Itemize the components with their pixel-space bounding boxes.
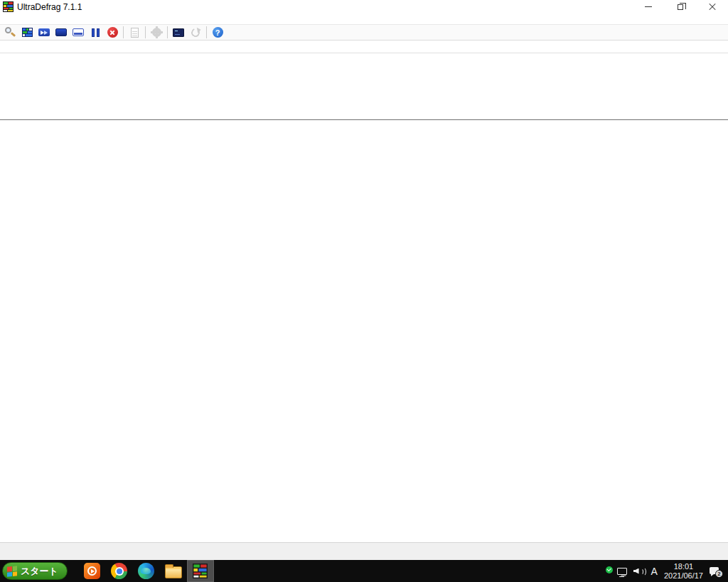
window-title: UltraDefrag 7.1.1 <box>17 2 82 12</box>
taskbar-media-player-button[interactable] <box>79 560 106 582</box>
taskbar-chrome-button[interactable] <box>106 560 133 582</box>
app-icon <box>3 1 14 12</box>
repeat-action-button[interactable] <box>187 25 204 40</box>
magnifier-icon <box>5 27 16 38</box>
report-button[interactable] <box>126 25 143 40</box>
toolbar-separator <box>123 26 124 38</box>
volume-icon[interactable] <box>633 566 645 576</box>
defragment-icon <box>22 28 33 37</box>
ime-indicator[interactable]: A <box>651 566 658 577</box>
help-icon: ? <box>213 27 223 38</box>
toolbar-separator <box>145 26 146 38</box>
taskbar: スタート A 18:01 2021/06/17 <box>0 560 728 582</box>
media-player-icon <box>84 563 100 579</box>
toolbar-separator <box>167 26 168 38</box>
toolbar-separator <box>206 26 207 38</box>
close-button[interactable] <box>696 0 728 14</box>
settings-button[interactable] <box>148 25 165 40</box>
screen: UltraDefrag 7.1.1 <box>0 0 728 582</box>
stop-icon <box>107 27 118 38</box>
toolbar: ? <box>0 24 728 41</box>
analyze-button[interactable] <box>1 25 18 40</box>
optimize-mft-button[interactable] <box>70 25 87 40</box>
start-button[interactable]: スタート <box>2 562 68 580</box>
volume-list-header <box>0 41 728 53</box>
pause-icon <box>92 28 100 37</box>
cluster-map[interactable] <box>0 120 728 542</box>
quick-optimize-icon <box>38 28 50 36</box>
taskbar-ultradefrag-button[interactable] <box>187 560 214 582</box>
full-optimize-icon <box>55 28 67 36</box>
boot-scan-icon <box>173 28 184 37</box>
system-tray: A 18:01 2021/06/17 2 <box>611 560 728 582</box>
help-button[interactable]: ? <box>209 25 226 40</box>
security-check-badge <box>606 566 613 573</box>
boot-time-scan-button[interactable] <box>170 25 187 40</box>
chrome-icon <box>111 563 127 579</box>
edge-icon <box>138 563 154 579</box>
notification-icon[interactable]: 2 <box>710 566 721 576</box>
gear-icon <box>152 28 161 37</box>
full-optimize-button[interactable] <box>53 25 70 40</box>
quick-optimize-button[interactable] <box>36 25 53 40</box>
stop-button[interactable] <box>104 25 121 40</box>
optimize-mft-icon <box>73 28 84 36</box>
report-icon <box>131 28 139 38</box>
status-bar <box>0 542 728 560</box>
clock-time: 18:01 <box>664 562 703 571</box>
pause-button[interactable] <box>87 25 104 40</box>
clock-date: 2021/06/17 <box>664 571 703 581</box>
network-icon[interactable] <box>617 568 627 575</box>
ultradefrag-icon <box>193 564 208 578</box>
defragment-button[interactable] <box>18 25 36 40</box>
cluster-map-panel <box>0 119 728 541</box>
taskbar-edge-button[interactable] <box>133 560 160 582</box>
title-bar: UltraDefrag 7.1.1 <box>0 0 728 14</box>
volume-list <box>0 41 728 119</box>
windows-logo-icon <box>7 566 17 576</box>
taskbar-explorer-button[interactable] <box>160 560 187 582</box>
repeat-icon <box>190 27 201 38</box>
folder-icon <box>165 566 182 578</box>
start-label: スタート <box>21 565 58 578</box>
clock[interactable]: 18:01 2021/06/17 <box>664 562 703 581</box>
menu-bar <box>0 14 728 24</box>
notification-badge: 2 <box>715 570 723 578</box>
minimize-button[interactable] <box>632 0 664 14</box>
restore-button[interactable] <box>664 0 696 14</box>
